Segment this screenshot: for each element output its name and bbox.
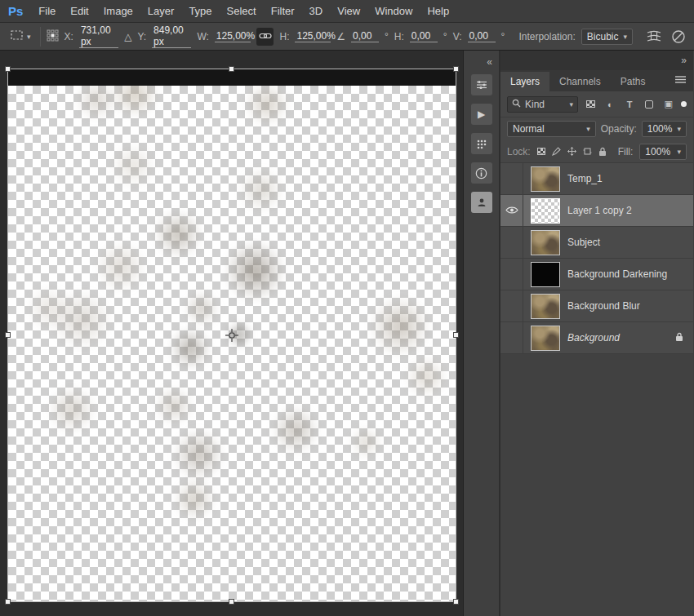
blur-blob (153, 210, 202, 259)
rotate-angle-icon: ∠ (336, 31, 345, 42)
menu-view[interactable]: View (330, 5, 367, 17)
adjustments-panel-icon[interactable] (471, 133, 492, 154)
filter-kind-dropdown[interactable]: Kind ▾ (507, 96, 578, 113)
search-icon (512, 99, 521, 110)
blur-blob (271, 405, 320, 454)
menu-file[interactable]: File (31, 5, 63, 17)
collapse-dock-icon[interactable]: « (487, 54, 499, 70)
panel-topbar: » (500, 51, 693, 70)
transform-handle-bottom-middle[interactable] (229, 599, 234, 605)
menu-filter[interactable]: Filter (264, 5, 302, 17)
layers-list: Temp_1 Layer 1 copy 2 Subject (500, 163, 693, 616)
transform-handle-top-middle[interactable] (229, 66, 234, 72)
visibility-toggle[interactable] (500, 259, 523, 290)
menu-bar: Ps File Edit Image Layer Type Select Fil… (0, 0, 694, 23)
visibility-toggle[interactable] (500, 227, 523, 258)
layer-row-background-blur[interactable]: Background Blur (500, 290, 693, 322)
layer-row-background-darkening[interactable]: Background Darkening (500, 259, 693, 290)
width-input[interactable]: 125,00% (215, 30, 251, 42)
maintain-aspect-ratio-button[interactable] (256, 28, 274, 46)
menu-layer[interactable]: Layer (140, 5, 182, 17)
expand-panel-icon[interactable]: » (681, 55, 687, 66)
y-input[interactable]: 849,00 px (152, 24, 191, 48)
filter-pixel-layers-icon[interactable] (584, 98, 598, 111)
menu-edit[interactable]: Edit (63, 5, 96, 17)
workspace: « ▶ (0, 51, 694, 616)
transform-tool-button[interactable]: ▾ (7, 28, 34, 46)
canvas-area[interactable] (0, 51, 464, 616)
angle-input[interactable]: 0,00 (351, 30, 379, 42)
blur-blob (75, 86, 118, 121)
delta-icon[interactable]: △ (124, 31, 131, 42)
menu-3d[interactable]: 3D (302, 5, 331, 17)
tab-paths[interactable]: Paths (611, 72, 656, 91)
interpolation-dropdown[interactable]: Bicubic ▾ (581, 29, 633, 45)
menu-window[interactable]: Window (367, 5, 420, 17)
visibility-toggle[interactable] (500, 195, 523, 226)
blend-mode-dropdown[interactable]: Normal ▾ (507, 121, 596, 137)
transform-handle-middle-left[interactable] (5, 332, 11, 338)
warp-mode-button[interactable] (644, 29, 664, 44)
menu-help[interactable]: Help (420, 5, 456, 17)
lock-artboard-icon[interactable] (583, 147, 592, 156)
layer-row-temp-1[interactable]: Temp_1 (500, 163, 693, 195)
transform-center-point-icon[interactable] (225, 328, 239, 346)
filter-toggle-icon[interactable] (681, 101, 687, 107)
lock-transparency-icon[interactable] (537, 148, 545, 155)
layer-name[interactable]: Subject (567, 237, 600, 248)
layer-thumbnail[interactable] (531, 230, 560, 255)
cancel-transform-button[interactable] (670, 28, 687, 46)
transform-handle-top-right[interactable] (453, 66, 459, 72)
properties-panel-icon[interactable] (471, 74, 492, 95)
visibility-toggle[interactable] (500, 322, 523, 353)
layers-panel: » Layers Channels Paths (500, 51, 693, 616)
layer-row-background[interactable]: Background (500, 322, 693, 354)
tab-layers[interactable]: Layers (500, 72, 549, 91)
v-skew-label: V: (453, 31, 462, 42)
libraries-panel-icon[interactable] (471, 192, 492, 213)
panel-menu-icon[interactable] (675, 72, 693, 91)
transform-handle-bottom-right[interactable] (453, 599, 459, 605)
height-input[interactable]: 125,00% (295, 30, 331, 42)
layer-row-subject[interactable]: Subject (500, 227, 693, 259)
visibility-toggle[interactable] (500, 290, 523, 321)
h-skew-input[interactable]: 0,00 (410, 30, 438, 42)
chevron-down-icon: ▾ (677, 148, 681, 156)
layer-name[interactable]: Background (567, 332, 620, 343)
filter-type-layers-icon[interactable]: T (623, 98, 637, 111)
tab-channels[interactable]: Channels (549, 72, 611, 91)
x-input[interactable]: 731,00 px (79, 24, 118, 48)
visibility-toggle[interactable] (500, 163, 523, 194)
menu-image[interactable]: Image (96, 5, 140, 17)
filter-smart-objects-icon[interactable]: ▣ (661, 98, 675, 111)
lock-position-move-icon[interactable] (567, 147, 576, 156)
layer-thumbnail[interactable] (531, 326, 560, 351)
filter-shape-layers-icon[interactable] (642, 98, 656, 111)
layer-name[interactable]: Background Darkening (567, 268, 667, 280)
layer-thumbnail[interactable] (531, 262, 560, 287)
transform-bounding-box[interactable] (8, 69, 456, 601)
blur-blob (51, 289, 113, 351)
reference-point-grid-icon[interactable] (47, 29, 59, 44)
lock-pixels-brush-icon[interactable] (552, 147, 561, 156)
transform-handle-middle-right[interactable] (453, 332, 459, 338)
opacity-dropdown[interactable]: 100% ▾ (642, 121, 687, 137)
layer-thumbnail[interactable] (531, 294, 560, 319)
actions-panel-icon[interactable]: ▶ (471, 104, 492, 125)
layer-row-layer-1-copy-2[interactable]: Layer 1 copy 2 (500, 195, 693, 227)
layer-name[interactable]: Temp_1 (567, 173, 603, 184)
layer-name[interactable]: Background Blur (567, 300, 640, 312)
lock-all-icon[interactable] (598, 147, 607, 157)
layer-thumbnail[interactable] (531, 166, 560, 192)
transform-handle-bottom-left[interactable] (5, 599, 11, 605)
v-skew-input[interactable]: 0,00 (468, 30, 496, 42)
menu-type[interactable]: Type (181, 5, 219, 17)
layer-thumbnail[interactable] (531, 198, 560, 224)
filter-adjustment-layers-icon[interactable]: ◐ (603, 98, 617, 111)
transform-handle-top-left[interactable] (5, 66, 11, 72)
menu-select[interactable]: Select (220, 5, 264, 17)
fill-dropdown[interactable]: 100% ▾ (639, 144, 687, 160)
layer-name[interactable]: Layer 1 copy 2 (567, 205, 632, 216)
blur-blob (244, 86, 290, 126)
info-panel-icon[interactable] (471, 162, 492, 184)
